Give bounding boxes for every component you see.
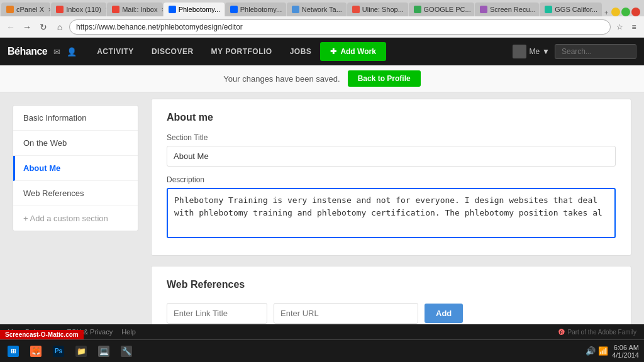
section-title-label: Section Title <box>167 133 616 142</box>
taskbar: ⊞ 🦊 Ps 📁 💻 🔧 🔊 📶 6:06 AM 4/1/2014 <box>0 339 644 362</box>
taskbar-right: 🔊 📶 6:06 AM 4/1/2014 <box>586 344 641 359</box>
taskbar-firefox[interactable]: 🦊 <box>25 343 47 360</box>
about-me-section: About me Section Title Description <span… <box>151 99 631 256</box>
nav-right: Me ▼ <box>513 44 636 59</box>
sidebar-item-web-refs[interactable]: Web References <box>13 181 138 206</box>
tab-close-mail[interactable]: ✕ <box>161 6 162 13</box>
search-input[interactable] <box>555 44 636 59</box>
tab-behance-active[interactable]: Phlebotomy... ✕ <box>164 3 225 16</box>
tab-favicon-gmail1 <box>56 6 64 13</box>
app4-icon: 💻 <box>98 346 109 357</box>
tab-favicon-cpanel <box>6 6 14 13</box>
url-input[interactable] <box>274 303 418 324</box>
main-layout: Basic Information On the Web About Me We… <box>0 92 644 356</box>
nav-activity[interactable]: ACTIVITY <box>88 38 143 65</box>
behance-navigation: Béhance ✉ 👤 ACTIVITY DISCOVER MY PORTFOL… <box>0 38 644 65</box>
sidebar: Basic Information On the Web About Me We… <box>13 105 138 231</box>
new-tab-button[interactable]: + <box>602 9 611 16</box>
tab-mail[interactable]: Mail:: Inbox ✕ <box>107 3 162 16</box>
taskbar-clock: 6:06 AM 4/1/2014 <box>612 344 639 359</box>
close-btn[interactable] <box>631 8 640 16</box>
star-button[interactable]: ☆ <box>613 21 626 33</box>
add-work-button[interactable]: ✚ Add Work <box>320 42 386 61</box>
nav-portfolio[interactable]: MY PORTFOLIO <box>203 38 281 65</box>
back-button[interactable]: ← <box>4 20 18 34</box>
tab-gmail1[interactable]: Inbox (110) ✕ <box>51 3 106 16</box>
mail-icon[interactable]: ✉ <box>52 46 62 58</box>
windows-icon: ⊞ <box>8 346 19 357</box>
sidebar-item-about-me[interactable]: About Me <box>13 156 138 181</box>
user-avatar <box>513 45 526 58</box>
home-button[interactable]: ⌂ <box>53 20 67 34</box>
adobe-icon: 🅐 <box>558 329 565 336</box>
forward-button[interactable]: → <box>20 20 34 34</box>
section-title-input[interactable] <box>167 146 616 167</box>
settings-icon[interactable]: ≡ <box>628 21 640 33</box>
tab-google[interactable]: GOOGLE PC... ✕ <box>409 3 474 16</box>
web-references-heading: Web References <box>167 279 616 290</box>
tab-close-behance[interactable]: ✕ <box>224 6 225 13</box>
sidebar-add-section[interactable]: + Add a custom section <box>13 206 138 231</box>
taskbar-app3[interactable]: 📁 <box>70 343 92 360</box>
web-references-inputs: Add <box>167 303 616 324</box>
sidebar-item-basic-info[interactable]: Basic Information <box>13 106 138 131</box>
window-controls <box>611 8 643 16</box>
nav-jobs[interactable]: JOBS <box>281 38 321 65</box>
minimize-btn[interactable] <box>611 8 620 16</box>
tab-favicon-google <box>414 6 421 13</box>
nav-discover[interactable]: DISCOVER <box>143 38 203 65</box>
taskbar-start[interactable]: ⊞ <box>3 343 24 360</box>
save-notification-bar: Your changes have been saved. Back to Pr… <box>0 65 644 92</box>
add-link-button[interactable]: Add <box>425 304 463 323</box>
tab-close-network[interactable]: ✕ <box>346 6 347 13</box>
behance-logo: Béhance <box>8 46 47 57</box>
maximize-btn[interactable] <box>621 8 630 16</box>
speaker-icon[interactable]: 🔊 <box>586 346 596 356</box>
footer-adobe: 🅐 Part of the Adobe Family <box>558 329 636 336</box>
about-me-heading: About me <box>167 112 616 123</box>
screencast-watermark: Screencast-O-Matic.com <box>0 330 84 339</box>
save-message: Your changes have been saved. <box>223 74 340 84</box>
taskbar-app4[interactable]: 💻 <box>93 343 114 360</box>
reload-button[interactable]: ↻ <box>36 20 50 34</box>
tab-close-gmail1[interactable]: ✕ <box>105 6 106 13</box>
tab-behance2[interactable]: Phlebotomy... ✕ <box>225 3 286 16</box>
app5-icon: 🔧 <box>121 346 132 357</box>
firefox-icon: 🦊 <box>30 346 42 357</box>
browser-actions: ☆ ≡ <box>613 21 640 33</box>
tab-cpanel[interactable]: cPanel X ✕ <box>1 3 50 16</box>
taskbar-system-icons: 🔊 📶 <box>586 346 608 356</box>
app3-icon: 📁 <box>75 346 87 357</box>
browser-toolbar: ← → ↻ ⌂ ☆ ≡ <box>0 16 644 38</box>
tab-close-cpanel[interactable]: ✕ <box>48 6 50 13</box>
plus-icon: ✚ <box>330 47 336 56</box>
footer-help[interactable]: Help <box>121 328 136 336</box>
tab-screen[interactable]: Screen Recu... ✕ <box>475 3 539 16</box>
site-footer: More Behance ▾ TOU & Privacy Help 🅐 Part… <box>0 324 644 339</box>
tab-favicon-uline <box>352 6 360 13</box>
browser-tabs: cPanel X ✕ Inbox (110) ✕ Mail:: Inbox ✕ … <box>0 0 644 16</box>
tab-favicon-network <box>292 6 299 13</box>
tab-close-behance2[interactable]: ✕ <box>286 6 286 13</box>
tab-favicon-ggs <box>545 6 552 13</box>
tab-favicon-screen <box>480 6 487 13</box>
taskbar-photoshop[interactable]: Ps <box>48 343 69 360</box>
tab-uline[interactable]: Uline: Shop... ✕ <box>347 3 408 16</box>
chevron-down-icon: ▼ <box>542 47 550 56</box>
user-menu-button[interactable]: Me ▼ <box>513 45 550 58</box>
description-label: Description <box>167 175 616 184</box>
network-icon[interactable]: 📶 <box>598 346 608 356</box>
description-textarea[interactable]: <span class="phlebotomy-red">Phlebotomy<… <box>167 188 616 238</box>
tab-close-uline[interactable]: ✕ <box>408 6 408 13</box>
tab-network[interactable]: Network Ta... ✕ <box>287 3 347 16</box>
notification-icon[interactable]: 👤 <box>65 46 78 58</box>
taskbar-app5[interactable]: 🔧 <box>116 343 137 360</box>
tab-favicon-mail <box>112 6 119 13</box>
address-bar[interactable] <box>69 19 611 35</box>
content-area: About me Section Title Description <span… <box>151 99 631 349</box>
back-to-profile-button[interactable]: Back to Profile <box>348 70 421 87</box>
sidebar-item-on-the-web[interactable]: On the Web <box>13 131 138 156</box>
link-title-input[interactable] <box>167 303 267 324</box>
tab-ggs[interactable]: GGS Califor... ✕ <box>540 3 601 16</box>
tab-favicon-behance <box>169 6 176 13</box>
